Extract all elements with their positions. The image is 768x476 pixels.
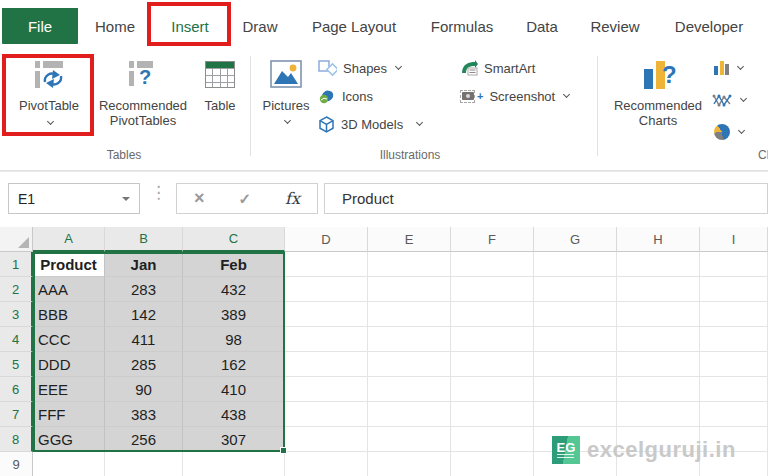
cell-D6[interactable] [285,377,368,402]
enter-icon[interactable]: ✓ [238,190,251,208]
cell-F3[interactable] [451,302,534,327]
tab-home[interactable]: Home [90,8,140,44]
row-header-4[interactable]: 4 [0,327,33,352]
cell-A2[interactable]: AAA [33,277,105,302]
cell-I2[interactable] [700,277,768,302]
cell-B9[interactable] [105,452,183,476]
cell-C9[interactable] [183,452,285,476]
cell-B7[interactable]: 383 [105,402,183,427]
tab-page-layout[interactable]: Page Layout [306,8,402,44]
column-header-G[interactable]: G [534,227,617,252]
insert-column-chart-button[interactable] [714,56,743,80]
row-header-2[interactable]: 2 [0,277,33,302]
cell-I7[interactable] [700,402,768,427]
cell-C7[interactable]: 438 [183,402,285,427]
cell-D8[interactable] [285,427,368,452]
cell-D2[interactable] [285,277,368,302]
tab-review[interactable]: Review [584,8,646,44]
tab-insert[interactable]: Insert [160,8,220,44]
row-header-1[interactable]: 1 [0,252,33,277]
name-box-dropdown-icon[interactable] [122,197,130,201]
cell-E3[interactable] [368,302,451,327]
cell-D3[interactable] [285,302,368,327]
row-header-6[interactable]: 6 [0,377,33,402]
tab-file[interactable]: File [2,8,78,44]
screenshot-button[interactable]: + Screenshot [460,84,569,108]
cell-G2[interactable] [534,277,617,302]
cell-E5[interactable] [368,352,451,377]
cell-I1[interactable] [700,252,768,277]
cell-A7[interactable]: FFF [33,402,105,427]
cell-G4[interactable] [534,327,617,352]
cell-D9[interactable] [285,452,368,476]
insert-pie-chart-button[interactable] [714,120,744,144]
cell-I6[interactable] [700,377,768,402]
pivottable-button[interactable]: PivotTable [6,54,92,124]
row-header-3[interactable]: 3 [0,302,33,327]
cell-E9[interactable] [368,452,451,476]
cell-A9[interactable] [33,452,105,476]
column-header-C[interactable]: C [183,227,285,252]
cell-E2[interactable] [368,277,451,302]
cell-C1[interactable]: Feb [183,252,285,277]
cell-E1[interactable] [368,252,451,277]
cell-C3[interactable]: 389 [183,302,285,327]
cell-B6[interactable]: 90 [105,377,183,402]
name-box[interactable]: E1 [8,183,140,214]
icons-button[interactable]: Icons [318,84,373,108]
shapes-button[interactable]: Shapes [318,56,401,80]
cell-A1[interactable]: Product [33,252,105,277]
insert-line-chart-button[interactable] [712,88,746,112]
cell-B8[interactable]: 256 [105,427,183,452]
cell-F8[interactable] [451,427,534,452]
cell-F2[interactable] [451,277,534,302]
cell-E8[interactable] [368,427,451,452]
cell-H5[interactable] [617,352,700,377]
cell-B1[interactable]: Jan [105,252,183,277]
row-header-8[interactable]: 8 [0,427,33,452]
select-all-corner[interactable] [0,227,33,252]
cell-A4[interactable]: CCC [33,327,105,352]
cell-C8[interactable]: 307 [183,427,285,452]
cell-A5[interactable]: DDD [33,352,105,377]
cell-B2[interactable]: 283 [105,277,183,302]
cell-G6[interactable] [534,377,617,402]
cell-H2[interactable] [617,277,700,302]
cell-I4[interactable] [700,327,768,352]
tab-formulas[interactable]: Formulas [424,8,500,44]
formula-input[interactable]: Product [324,183,768,214]
cell-I3[interactable] [700,302,768,327]
cell-C5[interactable]: 162 [183,352,285,377]
3d-models-button[interactable]: 3D Models [318,112,422,136]
cell-F5[interactable] [451,352,534,377]
column-header-B[interactable]: B [105,227,183,252]
cell-I5[interactable] [700,352,768,377]
column-header-H[interactable]: H [617,227,700,252]
cell-B5[interactable]: 285 [105,352,183,377]
tab-developer[interactable]: Developer [666,8,752,44]
cancel-icon[interactable]: × [194,188,205,209]
cell-H7[interactable] [617,402,700,427]
selection-fill-handle[interactable] [280,447,287,454]
cell-A6[interactable]: EEE [33,377,105,402]
cell-D5[interactable] [285,352,368,377]
cell-H6[interactable] [617,377,700,402]
row-header-9[interactable]: 9 [0,452,33,476]
cell-E4[interactable] [368,327,451,352]
column-header-F[interactable]: F [451,227,534,252]
cell-G7[interactable] [534,402,617,427]
insert-function-icon[interactable]: fx [285,189,300,208]
pictures-button[interactable]: Pictures [258,54,314,123]
cell-C4[interactable]: 98 [183,327,285,352]
column-header-D[interactable]: D [285,227,368,252]
cell-F4[interactable] [451,327,534,352]
cell-G1[interactable] [534,252,617,277]
cell-G5[interactable] [534,352,617,377]
tab-draw[interactable]: Draw [234,8,286,44]
formula-bar-handle-icon[interactable]: ⋮ [150,182,167,203]
cell-E7[interactable] [368,402,451,427]
smartart-button[interactable]: SmartArt [460,56,535,80]
cell-D7[interactable] [285,402,368,427]
table-button[interactable]: Table [194,54,246,113]
cell-D4[interactable] [285,327,368,352]
